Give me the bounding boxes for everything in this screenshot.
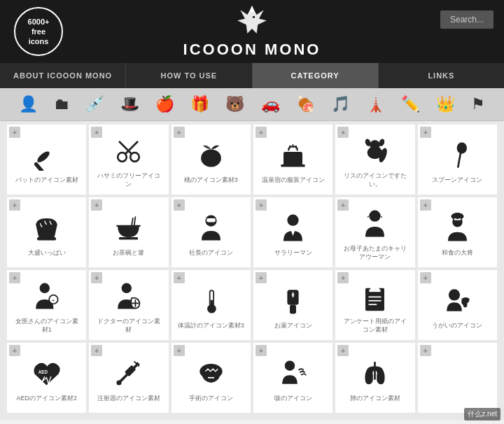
cat-syringe-icon[interactable]: 💉: [85, 95, 104, 113]
plus-badge: +: [174, 127, 185, 138]
svg-point-59: [117, 380, 122, 385]
grid-item-rice[interactable]: + 大盛いっぱい: [7, 197, 86, 267]
scissors-label: ハサミのフリーアイコン: [95, 172, 162, 188]
badge: 6000+ free icons: [14, 7, 63, 56]
grid-item-spoon[interactable]: + スプーンアイコン: [418, 125, 497, 195]
cat-person-icon[interactable]: 👤: [19, 95, 38, 113]
cat-folder-icon[interactable]: 🖿: [54, 95, 69, 113]
medicine-label: お薬アイコン: [274, 322, 312, 330]
thermometer-icon: [193, 283, 228, 318]
grid-item-chef[interactable]: + 和食の大将: [418, 197, 497, 267]
svg-rect-44: [290, 304, 296, 313]
cat-food-icon[interactable]: 🍖: [296, 95, 315, 113]
cat-flag-icon[interactable]: ⚑: [471, 95, 485, 113]
cat-car-icon[interactable]: 🚗: [261, 95, 280, 113]
unicorn-icon: [234, 4, 270, 39]
grid-item-syringe[interactable]: + 注射器のアイコン素材: [89, 343, 168, 413]
svg-point-4: [118, 153, 127, 162]
doctor-icon: [111, 278, 146, 313]
badge-line3: icons: [29, 36, 49, 46]
grid-item-cough[interactable]: + 咳のアイコン: [253, 343, 332, 413]
nav-category[interactable]: CATEGORY: [253, 63, 379, 88]
plus-badge: +: [9, 199, 20, 211]
grid-item-aed[interactable]: + AED AEDのアイコン素材2: [7, 343, 86, 413]
grid-item-scissors[interactable]: + ハサミのフリーアイコン: [89, 125, 168, 195]
scissors-icon: [111, 133, 146, 168]
plus-badge: +: [91, 127, 102, 138]
grid-item-lungs[interactable]: + 肺のアイコン素材: [335, 343, 414, 413]
boss-icon: [193, 210, 228, 245]
logo-area: ICOOON MONO: [183, 4, 321, 59]
grid-item-gargle[interactable]: + うがいのアイコン: [418, 270, 497, 340]
watermark: 什么z.net: [464, 408, 500, 420]
grid-item-career-woman[interactable]: + お母子あたまのキャリアウーマン: [335, 197, 414, 267]
cat-crown-icon[interactable]: 👑: [436, 95, 455, 113]
plus-badge: +: [337, 272, 349, 283]
grid-item-bowl[interactable]: + お茶碗と箸: [89, 197, 168, 267]
female-doctor-icon: +: [29, 278, 64, 313]
thermometer-label: 体温計のアイコン素材3: [178, 322, 244, 330]
nav-links[interactable]: LINKS: [379, 63, 504, 88]
svg-rect-9: [284, 152, 302, 166]
cat-pencil-icon[interactable]: ✏️: [401, 95, 420, 113]
icon-grid: + バットのアイコン素材 + ハサミのフリーアイコン +: [7, 125, 497, 413]
cat-bear-icon[interactable]: 🐻: [225, 95, 244, 113]
grid-item-female-doctor[interactable]: + + 女医さんのアイコン素材1: [7, 270, 86, 340]
svg-point-33: [40, 283, 50, 292]
svg-point-15: [370, 140, 380, 150]
nav-about[interactable]: ABOUT ICOOON MONO: [0, 63, 126, 88]
plus-badge: +: [337, 345, 349, 356]
grid-item-doctor[interactable]: + ドクターのアイコン素材: [89, 270, 168, 340]
cat-music-icon[interactable]: 🎵: [331, 95, 350, 113]
category-icons-row: 👤 🖿 💉 🎩 🍎 🎁 🐻 🚗 🍖 🎵 🗼 ✏️ 👑 ⚑: [0, 88, 504, 121]
plus-badge: +: [255, 199, 267, 211]
svg-rect-2: [34, 162, 45, 171]
svg-line-23: [132, 218, 133, 226]
grid-item-salaryman[interactable]: + サラリーマン: [253, 197, 332, 267]
lungs-label: 肺のアイコン素材: [350, 395, 400, 403]
grid-item-squirrel[interactable]: + リスのアイコンですたい。: [335, 125, 414, 195]
search-button[interactable]: Search...: [440, 10, 493, 29]
plus-badge: +: [337, 127, 349, 138]
grid-item-bat[interactable]: + バットのアイコン素材: [7, 125, 86, 195]
plus-badge: +: [174, 272, 185, 283]
svg-rect-20: [37, 237, 56, 241]
plus-badge: +: [9, 272, 20, 283]
grid-item-medicine[interactable]: + お薬アイコン: [253, 270, 332, 340]
cat-gift-icon[interactable]: 🎁: [190, 95, 209, 113]
bowl-label: お茶碗と箸: [113, 249, 144, 257]
cat-hat-icon[interactable]: 🎩: [120, 95, 139, 113]
plus-badge: +: [337, 199, 349, 211]
plus-badge: +: [9, 127, 20, 138]
surgery-icon: [193, 355, 228, 390]
grid-item-boss[interactable]: + 社長のアイコン: [172, 197, 251, 267]
spoon-icon: [440, 137, 475, 172]
grid-item-peach[interactable]: + 桃のアイコン素材3: [172, 125, 251, 195]
cough-label: 咳のアイコン: [274, 395, 312, 403]
grid-item-onsen[interactable]: + 温泉宿の服装アイコン: [253, 125, 332, 195]
grid-item-clipboard[interactable]: + アンケート用紙のアイコン素材: [335, 270, 414, 340]
career-woman-icon: [358, 206, 393, 241]
plus-badge: +: [91, 272, 102, 283]
nav-howto[interactable]: HOW TO USE: [126, 63, 252, 88]
salaryman-label: サラリーマン: [274, 249, 312, 257]
career-woman-label: お母子あたまのキャリアウーマン: [342, 245, 408, 261]
grid-item-thermometer[interactable]: + 体温計のアイコン素材3: [172, 270, 251, 340]
cat-apple-icon[interactable]: 🍎: [155, 95, 174, 113]
grid-item-surgery[interactable]: + 手術のアイコン: [172, 343, 251, 413]
plus-badge: +: [255, 127, 267, 138]
doctor-label: ドクターのアイコン素材: [95, 318, 162, 334]
syringe-label: 注射器のアイコン素材: [97, 395, 160, 403]
badge-line2: free: [31, 27, 46, 36]
rice-icon: [29, 210, 64, 245]
plus-badge: +: [174, 199, 185, 211]
svg-point-27: [288, 214, 299, 225]
gargle-icon: [440, 283, 475, 318]
svg-text:AED: AED: [38, 369, 48, 374]
boss-label: 社長のアイコン: [189, 249, 233, 257]
cat-lighthouse-icon[interactable]: 🗼: [366, 95, 385, 113]
bowl-icon: [111, 210, 146, 245]
surgery-label: 手術のアイコン: [189, 395, 233, 403]
onsen-label: 温泉宿の服装アイコン: [262, 176, 325, 185]
syringe-icon: [111, 355, 146, 390]
